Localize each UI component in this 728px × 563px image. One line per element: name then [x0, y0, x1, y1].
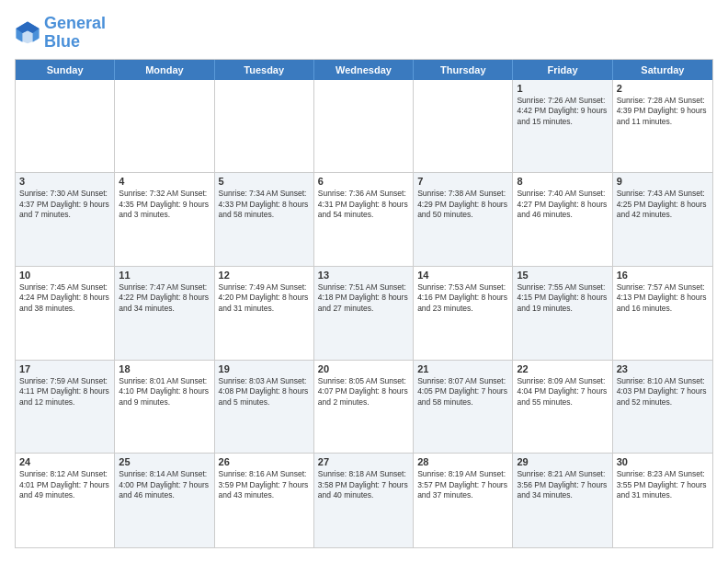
- calendar-cell: 15Sunrise: 7:55 AM Sunset: 4:15 PM Dayli…: [513, 267, 612, 360]
- cell-info: Sunrise: 7:49 AM Sunset: 4:20 PM Dayligh…: [219, 282, 310, 314]
- calendar-cell: 30Sunrise: 8:23 AM Sunset: 3:55 PM Dayli…: [613, 454, 712, 547]
- cell-info: Sunrise: 7:34 AM Sunset: 4:33 PM Dayligh…: [219, 189, 310, 220]
- calendar-body: 1Sunrise: 7:26 AM Sunset: 4:42 PM Daylig…: [16, 80, 712, 547]
- cell-date: 24: [19, 456, 110, 467]
- cell-info: Sunrise: 8:12 AM Sunset: 4:01 PM Dayligh…: [19, 469, 110, 500]
- calendar-cell: 18Sunrise: 8:01 AM Sunset: 4:10 PM Dayli…: [115, 361, 214, 454]
- calendar-cell: 21Sunrise: 8:07 AM Sunset: 4:05 PM Dayli…: [414, 361, 513, 454]
- day-name-friday: Friday: [513, 60, 612, 80]
- cell-date: 2: [617, 83, 709, 94]
- cell-date: 19: [219, 363, 310, 374]
- cell-info: Sunrise: 7:59 AM Sunset: 4:11 PM Dayligh…: [19, 376, 110, 408]
- cell-info: Sunrise: 7:36 AM Sunset: 4:31 PM Dayligh…: [318, 189, 409, 220]
- calendar-cell: 12Sunrise: 7:49 AM Sunset: 4:20 PM Dayli…: [215, 267, 314, 360]
- cell-info: Sunrise: 8:19 AM Sunset: 3:57 PM Dayligh…: [417, 469, 508, 500]
- cell-info: Sunrise: 7:51 AM Sunset: 4:18 PM Dayligh…: [318, 282, 409, 314]
- cell-date: 26: [219, 456, 310, 467]
- calendar-cell: [314, 80, 414, 173]
- cell-date: 22: [517, 363, 608, 374]
- calendar-cell: 9Sunrise: 7:43 AM Sunset: 4:25 PM Daylig…: [613, 173, 712, 266]
- cell-info: Sunrise: 8:23 AM Sunset: 3:55 PM Dayligh…: [617, 469, 709, 500]
- calendar-cell: 28Sunrise: 8:19 AM Sunset: 3:57 PM Dayli…: [414, 454, 513, 547]
- week-1: 3Sunrise: 7:30 AM Sunset: 4:37 PM Daylig…: [16, 173, 712, 267]
- calendar-cell: 29Sunrise: 8:21 AM Sunset: 3:56 PM Dayli…: [513, 454, 612, 547]
- cell-info: Sunrise: 7:55 AM Sunset: 4:15 PM Dayligh…: [517, 282, 608, 314]
- cell-info: Sunrise: 7:43 AM Sunset: 4:25 PM Dayligh…: [617, 189, 709, 220]
- calendar-cell: 20Sunrise: 8:05 AM Sunset: 4:07 PM Dayli…: [314, 361, 414, 454]
- calendar-cell: 5Sunrise: 7:34 AM Sunset: 4:33 PM Daylig…: [215, 173, 314, 266]
- calendar-cell: 26Sunrise: 8:16 AM Sunset: 3:59 PM Dayli…: [215, 454, 314, 547]
- cell-info: Sunrise: 7:45 AM Sunset: 4:24 PM Dayligh…: [19, 282, 110, 314]
- cell-date: 4: [119, 176, 210, 187]
- cell-info: Sunrise: 8:07 AM Sunset: 4:05 PM Dayligh…: [417, 376, 508, 408]
- day-name-monday: Monday: [115, 60, 214, 80]
- cell-info: Sunrise: 8:10 AM Sunset: 4:03 PM Dayligh…: [617, 376, 709, 408]
- cell-date: 18: [119, 363, 210, 374]
- cell-info: Sunrise: 8:18 AM Sunset: 3:58 PM Dayligh…: [318, 469, 409, 500]
- cell-date: 16: [617, 270, 709, 281]
- calendar-cell: 14Sunrise: 7:53 AM Sunset: 4:16 PM Dayli…: [414, 267, 513, 360]
- page: General Blue SundayMondayTuesdayWednesda…: [0, 0, 728, 563]
- calendar-cell: 6Sunrise: 7:36 AM Sunset: 4:31 PM Daylig…: [314, 173, 414, 266]
- cell-info: Sunrise: 7:47 AM Sunset: 4:22 PM Dayligh…: [119, 282, 210, 314]
- cell-info: Sunrise: 7:30 AM Sunset: 4:37 PM Dayligh…: [19, 189, 110, 220]
- cell-info: Sunrise: 7:40 AM Sunset: 4:27 PM Dayligh…: [517, 189, 608, 220]
- cell-date: 21: [417, 363, 508, 374]
- week-4: 24Sunrise: 8:12 AM Sunset: 4:01 PM Dayli…: [16, 454, 712, 547]
- calendar-cell: [215, 80, 314, 173]
- calendar: SundayMondayTuesdayWednesdayThursdayFrid…: [15, 59, 713, 548]
- day-name-wednesday: Wednesday: [314, 60, 414, 80]
- cell-date: 13: [318, 270, 409, 281]
- calendar-cell: [16, 80, 115, 173]
- cell-date: 17: [19, 363, 110, 374]
- cell-info: Sunrise: 8:21 AM Sunset: 3:56 PM Dayligh…: [517, 469, 608, 500]
- calendar-cell: 27Sunrise: 8:18 AM Sunset: 3:58 PM Dayli…: [314, 454, 414, 547]
- cell-date: 28: [417, 456, 508, 467]
- week-2: 10Sunrise: 7:45 AM Sunset: 4:24 PM Dayli…: [16, 267, 712, 361]
- cell-info: Sunrise: 8:14 AM Sunset: 4:00 PM Dayligh…: [119, 469, 210, 500]
- cell-date: 12: [219, 270, 310, 281]
- calendar-cell: 7Sunrise: 7:38 AM Sunset: 4:29 PM Daylig…: [414, 173, 513, 266]
- cell-date: 6: [318, 176, 409, 187]
- cell-info: Sunrise: 8:09 AM Sunset: 4:04 PM Dayligh…: [517, 376, 608, 408]
- cell-info: Sunrise: 8:03 AM Sunset: 4:08 PM Dayligh…: [219, 376, 310, 408]
- calendar-cell: 17Sunrise: 7:59 AM Sunset: 4:11 PM Dayli…: [16, 361, 115, 454]
- day-name-saturday: Saturday: [613, 60, 712, 80]
- calendar-cell: 24Sunrise: 8:12 AM Sunset: 4:01 PM Dayli…: [16, 454, 115, 547]
- cell-date: 7: [417, 176, 508, 187]
- cell-date: 25: [119, 456, 210, 467]
- day-name-sunday: Sunday: [16, 60, 115, 80]
- cell-date: 30: [617, 456, 709, 467]
- calendar-cell: 1Sunrise: 7:26 AM Sunset: 4:42 PM Daylig…: [513, 80, 612, 173]
- cell-info: Sunrise: 7:28 AM Sunset: 4:39 PM Dayligh…: [617, 96, 709, 127]
- cell-info: Sunrise: 7:57 AM Sunset: 4:13 PM Dayligh…: [617, 282, 709, 314]
- calendar-cell: 10Sunrise: 7:45 AM Sunset: 4:24 PM Dayli…: [16, 267, 115, 360]
- cell-date: 27: [318, 456, 409, 467]
- calendar-cell: 8Sunrise: 7:40 AM Sunset: 4:27 PM Daylig…: [513, 173, 612, 266]
- cell-info: Sunrise: 7:38 AM Sunset: 4:29 PM Dayligh…: [417, 189, 508, 220]
- cell-info: Sunrise: 8:16 AM Sunset: 3:59 PM Dayligh…: [219, 469, 310, 500]
- cell-date: 23: [617, 363, 709, 374]
- logo-text: General Blue: [44, 15, 106, 52]
- cell-date: 10: [19, 270, 110, 281]
- cell-info: Sunrise: 7:53 AM Sunset: 4:16 PM Dayligh…: [417, 282, 508, 314]
- calendar-cell: 4Sunrise: 7:32 AM Sunset: 4:35 PM Daylig…: [115, 173, 214, 266]
- cell-date: 29: [517, 456, 608, 467]
- calendar-cell: [115, 80, 214, 173]
- cell-date: 20: [318, 363, 409, 374]
- cell-info: Sunrise: 8:01 AM Sunset: 4:10 PM Dayligh…: [119, 376, 210, 408]
- cell-date: 1: [517, 83, 608, 94]
- cell-date: 3: [19, 176, 110, 187]
- calendar-cell: 13Sunrise: 7:51 AM Sunset: 4:18 PM Dayli…: [314, 267, 414, 360]
- calendar-cell: 11Sunrise: 7:47 AM Sunset: 4:22 PM Dayli…: [115, 267, 214, 360]
- cell-date: 5: [219, 176, 310, 187]
- day-name-thursday: Thursday: [414, 60, 513, 80]
- logo-icon: [15, 20, 40, 46]
- cell-info: Sunrise: 7:32 AM Sunset: 4:35 PM Dayligh…: [119, 189, 210, 220]
- calendar-cell: 25Sunrise: 8:14 AM Sunset: 4:00 PM Dayli…: [115, 454, 214, 547]
- cell-date: 15: [517, 270, 608, 281]
- calendar-cell: 23Sunrise: 8:10 AM Sunset: 4:03 PM Dayli…: [613, 361, 712, 454]
- day-name-tuesday: Tuesday: [215, 60, 314, 80]
- cell-date: 14: [417, 270, 508, 281]
- calendar-cell: 16Sunrise: 7:57 AM Sunset: 4:13 PM Dayli…: [613, 267, 712, 360]
